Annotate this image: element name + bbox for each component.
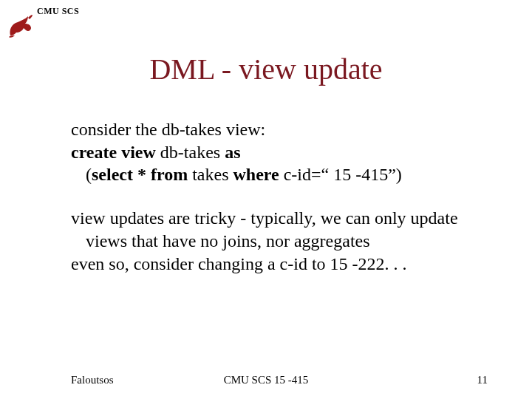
body-para-2-line-2: even so, consider changing a c-id to 15 … bbox=[71, 253, 485, 276]
footer-course: CMU SCS 15 -415 bbox=[0, 374, 532, 386]
header: CMU SCS bbox=[37, 6, 79, 17]
header-org-label: CMU SCS bbox=[37, 6, 79, 17]
body-block-2: view updates are tricky - typically, we … bbox=[71, 207, 485, 275]
body-line-3: (select * from takes where c-id=“ 15 -41… bbox=[71, 163, 485, 186]
body-line-2: create view db-takes as bbox=[71, 141, 485, 164]
slide-title: DML - view update bbox=[0, 52, 532, 86]
body-line-1: consider the db-takes view: bbox=[71, 118, 485, 141]
slide-body: consider the db-takes view: create view … bbox=[71, 118, 485, 275]
body-para-2-line-1: view updates are tricky - typically, we … bbox=[71, 207, 485, 252]
scotty-logo bbox=[6, 13, 35, 41]
footer-page-number: 11 bbox=[477, 374, 488, 386]
